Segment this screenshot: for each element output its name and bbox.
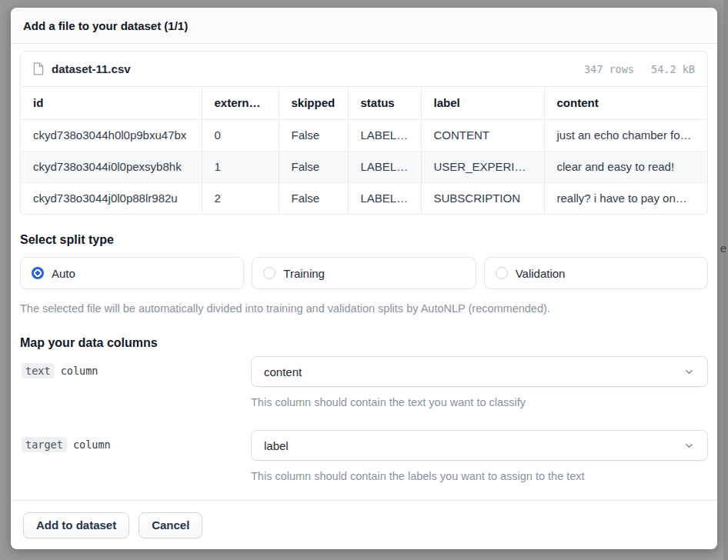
cell-content: just an echo chamber for… (544, 119, 707, 151)
column-suffix: column (73, 438, 111, 451)
background-scrollbar (723, 0, 728, 560)
chevron-down-icon (683, 366, 695, 378)
cell-id: ckyd738o3044h0l0p9bxu47bx (21, 119, 202, 151)
text-column-label: text column (20, 356, 251, 408)
file-row-count: 347 rows (584, 63, 634, 75)
table-header-row: id externalId skipped status label conte… (21, 87, 707, 119)
target-column-select[interactable]: label (251, 430, 708, 461)
table-row: ckyd738o3044h0l0p9bxu47bx 0 False LABELE… (21, 119, 707, 151)
target-column-label: target column (20, 430, 251, 482)
split-options: Auto Training Validation (20, 257, 708, 289)
cell-status: LABELED (348, 119, 421, 151)
file-stats: 347 rows 54.2 kB (584, 63, 695, 75)
target-column-control: label This column should contain the lab… (251, 430, 708, 482)
radio-unselected-icon[interactable] (263, 267, 276, 279)
cell-skipped: False (279, 151, 348, 182)
text-column-control: content This column should contain the t… (251, 356, 708, 408)
modal-body: dataset-11.csv 347 rows 54.2 kB id exter… (11, 44, 717, 500)
split-option-auto[interactable]: Auto (20, 257, 244, 289)
column-header-content: content (544, 87, 707, 119)
cell-content: really? i have to pay on… (544, 182, 707, 214)
target-column-value: label (264, 439, 289, 452)
split-option-training[interactable]: Training (252, 257, 476, 289)
cell-status: LABELED (348, 151, 421, 182)
radio-unselected-icon[interactable] (496, 267, 508, 279)
cell-label: SUBSCRIPTION (421, 182, 544, 214)
background-stray-text: e (720, 242, 726, 255)
file-size: 54.2 kB (651, 63, 695, 75)
split-option-validation[interactable]: Validation (484, 257, 708, 289)
cell-content: clear and easy to read! (544, 151, 707, 182)
cell-label: CONTENT (421, 119, 544, 151)
modal-title: Add a file to your dataset (1/1) (23, 19, 188, 32)
mapping-row-text: text column content This column should c… (20, 356, 708, 408)
text-tag: text (22, 363, 55, 378)
chevron-down-icon (683, 440, 695, 452)
cell-id: ckyd738o3044j0l0p88lr982u (21, 182, 202, 214)
data-preview-table: id externalId skipped status label conte… (21, 87, 707, 214)
target-tag: target (22, 437, 67, 452)
column-header-label: label (421, 87, 544, 119)
cell-externalid: 0 (202, 119, 279, 151)
split-helper-text: The selected file will be automatically … (20, 302, 708, 315)
column-header-externalid: externalId (202, 87, 279, 119)
cell-label: USER_EXPERIENCE (421, 151, 544, 182)
column-header-id: id (21, 87, 202, 119)
column-header-status: status (348, 87, 421, 119)
cell-status: LABELED (348, 182, 421, 214)
split-type-heading: Select split type (20, 233, 708, 247)
cancel-button[interactable]: Cancel (139, 512, 202, 538)
file-bar: dataset-11.csv 347 rows 54.2 kB (21, 52, 707, 87)
add-to-dataset-button[interactable]: Add to dataset (23, 512, 129, 538)
column-header-skipped: skipped (279, 87, 348, 119)
modal-footer: Add to dataset Cancel (11, 500, 717, 549)
text-column-helper: This column should contain the text you … (251, 396, 708, 408)
file-preview-card: dataset-11.csv 347 rows 54.2 kB id exter… (20, 51, 708, 215)
mapping-heading: Map your data columns (20, 336, 708, 350)
split-option-label: Validation (516, 267, 566, 280)
text-column-value: content (264, 365, 302, 378)
split-option-label: Auto (52, 267, 75, 280)
table-row: ckyd738o3044i0l0pexsyb8hk 1 False LABELE… (21, 151, 707, 182)
cell-externalid: 1 (202, 151, 279, 182)
split-option-label: Training (283, 267, 325, 280)
add-file-modal: Add a file to your dataset (1/1) dataset… (11, 8, 717, 549)
cell-skipped: False (279, 182, 348, 214)
modal-header: Add a file to your dataset (1/1) (11, 8, 717, 44)
target-column-helper: This column should contain the labels yo… (251, 470, 708, 482)
column-suffix: column (61, 365, 99, 377)
file-icon (33, 62, 44, 75)
cell-id: ckyd738o3044i0l0pexsyb8hk (21, 151, 202, 182)
table-row: ckyd738o3044j0l0p88lr982u 2 False LABELE… (21, 182, 707, 214)
mapping-row-target: target column label This column should c… (20, 430, 708, 482)
radio-selected-icon[interactable] (32, 267, 44, 279)
cell-skipped: False (279, 119, 348, 151)
file-name: dataset-11.csv (52, 62, 131, 75)
text-column-select[interactable]: content (251, 356, 708, 387)
cell-externalid: 2 (202, 182, 279, 214)
